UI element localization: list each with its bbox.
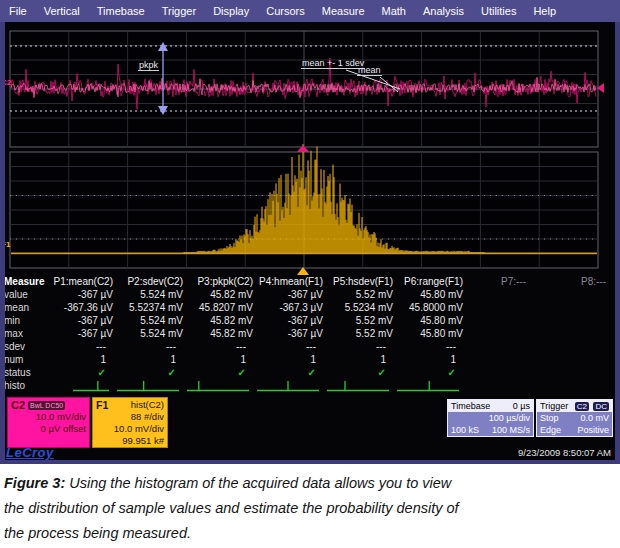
sdev-cell-p6: --- [395,341,465,354]
trace-f1-hscale: 10.0 mV/div [96,423,164,435]
trigger-mode: Stop [540,412,559,424]
value-cell-p2: 5.524 mV [115,289,185,302]
num-cell-p4: 1 [255,354,325,367]
measure-row-label-status: status [0,367,45,380]
trace-level-marker[interactable] [597,83,604,93]
channel-c2-scale: 10.0 mV/div [11,411,86,423]
histicon-sparkline [325,380,391,393]
histicon-cell-p4 [255,380,325,393]
trigger-time-marker[interactable] [297,145,309,152]
num-cell-p5: 1 [325,354,395,367]
empty-cell [465,341,540,354]
max-cell-p6: 45.80 mV [395,328,465,341]
param-header-p1[interactable]: P1:mean(C2) [45,276,115,289]
param-header-p4[interactable]: P4:hmean(F1) [255,276,325,289]
trace-f1-descriptor[interactable]: F1 hist(C2) 88 #/div 10.0 mV/div 99.951 … [92,397,168,448]
trigger-slope: Positive [577,424,609,436]
min-cell-p3: 45.82 mV [185,315,255,328]
param-header-empty-1[interactable]: P7:--- [465,276,540,289]
channel-c2-descriptor[interactable]: C2 BwL DC50 10.0 mV/div 0 µV offset [7,397,90,448]
measure-table-title: Measure [0,276,45,289]
trigger-title: Trigger [540,400,568,412]
mean-sdev-annotation: mean +- 1 sdev [301,58,365,69]
mean-cell-p3: 45.8207 mV [185,302,255,315]
channel-c2-offset: 0 µV offset [11,423,86,435]
timebase-delay: 0 µs [513,400,530,412]
measure-row-label-sdev: sdev [0,341,45,354]
measure-row-label-value: value [0,289,45,302]
empty-cell [540,367,620,380]
status-cell-p5: ✓ [325,367,395,380]
histicon-cell-p3 [185,380,255,393]
channel-c2-coupling-badge: BwL DC50 [28,401,65,410]
timebase-rate: 100 MS/s [492,424,530,436]
max-cell-p3: 45.82 mV [185,328,255,341]
min-cell-p5: 5.52 mV [325,315,395,328]
num-cell-p2: 1 [115,354,185,367]
trigger-descriptor[interactable]: Trigger C2 DC Stop 0.0 mV Edge Positive [536,399,613,437]
empty-cell [540,315,620,328]
status-cell-p6: ✓ [395,367,465,380]
empty-cell [465,302,540,315]
timebase-scale: 100 µs/div [451,412,530,424]
num-cell-p3: 1 [185,354,255,367]
num-cell-p6: 1 [395,354,465,367]
status-cell-p4: ✓ [255,367,325,380]
pkpk-annotation: pkpk [138,60,159,71]
screen-border-bottom [0,460,620,464]
sdev-cell-p1: --- [45,341,115,354]
histogram-center-marker[interactable] [297,267,309,275]
mean-cell-p1: -367.36 µV [45,302,115,315]
param-header-p2[interactable]: P2:sdev(C2) [115,276,185,289]
min-cell-p2: 5.524 mV [115,315,185,328]
mean-cell-p6: 45.8000 mV [395,302,465,315]
channel-c2-label: C2 [11,399,25,411]
sdev-cell-p3: --- [185,341,255,354]
max-cell-p1: -367 µV [45,328,115,341]
histicon-sparkline [255,380,321,393]
max-cell-p2: 5.524 mV [115,328,185,341]
oscilloscope-window: FileVerticalTimebaseTriggerDisplayCursor… [0,0,620,464]
min-cell-p6: 45.80 mV [395,315,465,328]
param-header-p5[interactable]: P5:hsdev(F1) [325,276,395,289]
mean-cell-p5: 5.5234 mV [325,302,395,315]
histicon-cell-p6 [395,380,465,393]
timebase-title: Timebase [451,400,490,412]
trigger-level: 0.0 mV [580,412,609,424]
histicon-sparkline [185,380,251,393]
sdev-cell-p4: --- [255,341,325,354]
value-cell-p1: -367 µV [45,289,115,302]
trace-f1-population: 99.951 k# [96,435,164,447]
sdev-cell-p2: --- [115,341,185,354]
timebase-samples: 100 kS [451,424,479,436]
empty-cell [465,367,540,380]
trigger-source-badge: C2 [575,402,589,411]
figure-caption-text: Using the histogram of the acquired data… [4,475,459,541]
figure-caption-label: Figure 3: [4,475,65,491]
timebase-descriptor[interactable]: Timebase 0 µs 100 µs/div 100 kS 100 MS/s [447,399,534,437]
value-cell-p3: 45.82 mV [185,289,255,302]
empty-cell [465,289,540,302]
empty-cell [465,354,540,367]
param-header-p3[interactable]: P3:pkpk(C2) [185,276,255,289]
empty-cell [540,380,620,393]
empty-cell [465,328,540,341]
status-cell-p1: ✓ [45,367,115,380]
empty-cell [465,380,540,393]
empty-cell [540,302,620,315]
max-cell-p4: -367 µV [255,328,325,341]
mean-annotation: mean [357,65,382,76]
histicon-sparkline [395,380,461,393]
max-cell-p5: 5.52 mV [325,328,395,341]
measure-row-label-histo: histo [0,380,45,393]
value-cell-p6: 45.80 mV [395,289,465,302]
figure-caption: Figure 3: Using the histogram of the acq… [4,471,462,546]
measure-row-label-mean: mean [0,302,45,315]
status-cell-p2: ✓ [115,367,185,380]
param-header-p6[interactable]: P6:range(F1) [395,276,465,289]
screen-border-left [0,22,5,464]
measure-row-label-num: num [0,354,45,367]
histicon-cell-p2 [115,380,185,393]
min-cell-p4: -367 µV [255,315,325,328]
param-header-empty-2[interactable]: P8:--- [540,276,620,289]
